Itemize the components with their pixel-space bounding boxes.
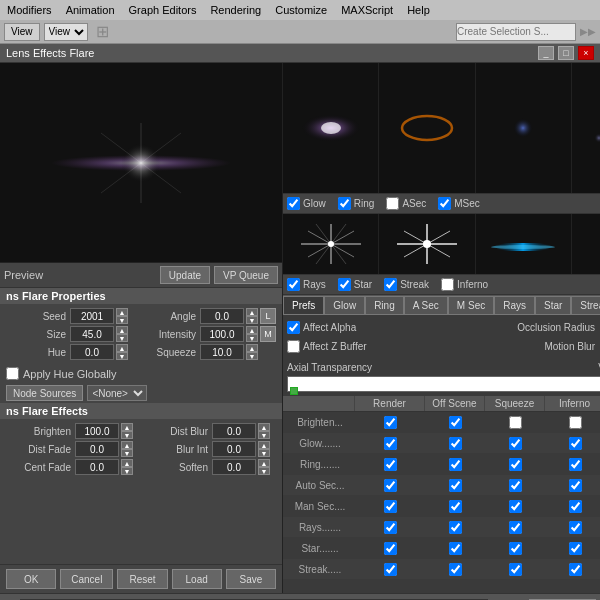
cent-fade-down[interactable]: ▼	[121, 467, 133, 475]
load-btn[interactable]: Load	[172, 569, 222, 589]
dist-fade-input[interactable]	[75, 441, 119, 457]
seed-down[interactable]: ▼	[116, 316, 128, 324]
hue-input[interactable]	[70, 344, 114, 360]
update-btn[interactable]: Update	[160, 266, 210, 284]
toolbar-view-select[interactable]: View	[44, 23, 88, 41]
glow-checkbox[interactable]	[287, 197, 300, 210]
squeeze-up[interactable]: ▲	[246, 344, 258, 352]
off-scene-checkbox[interactable]	[449, 521, 462, 534]
thumb-streak[interactable]	[476, 214, 571, 274]
brighten-input[interactable]	[75, 423, 119, 439]
tab-streak[interactable]: Streak	[571, 296, 600, 314]
squeeze-down[interactable]: ▼	[246, 352, 258, 360]
tab-rays[interactable]: Rays	[494, 296, 535, 314]
angle-down[interactable]: ▼	[246, 316, 258, 324]
soften-down[interactable]: ▼	[258, 467, 270, 475]
cancel-btn[interactable]: Cancel	[60, 569, 113, 589]
affect-alpha-checkbox[interactable]	[287, 321, 300, 334]
dist-fade-down[interactable]: ▼	[121, 449, 133, 457]
menu-animation[interactable]: Animation	[63, 4, 118, 16]
render-checkbox[interactable]	[384, 479, 397, 492]
intensity-m-btn[interactable]: M	[260, 326, 276, 342]
dist-blur-input[interactable]	[212, 423, 256, 439]
render-checkbox[interactable]	[384, 500, 397, 513]
maximize-btn[interactable]: □	[558, 46, 574, 60]
thumb-star[interactable]	[379, 214, 474, 274]
intensity-up[interactable]: ▲	[246, 326, 258, 334]
msec-checkbox[interactable]	[438, 197, 451, 210]
thumb-ring[interactable]	[379, 63, 474, 193]
hue-down[interactable]: ▼	[116, 352, 128, 360]
tab-msec[interactable]: M Sec	[448, 296, 494, 314]
asec-checkbox[interactable]	[386, 197, 399, 210]
off-scene-checkbox[interactable]	[449, 437, 462, 450]
thumb-asec[interactable]	[476, 63, 571, 193]
thumb-msec[interactable]	[572, 63, 600, 193]
squeeze-checkbox[interactable]	[509, 458, 522, 471]
blur-int-up[interactable]: ▲	[258, 441, 270, 449]
tab-prefs[interactable]: Prefs	[283, 296, 324, 314]
cent-fade-input[interactable]	[75, 459, 119, 475]
size-up[interactable]: ▲	[116, 326, 128, 334]
close-btn[interactable]: ×	[578, 46, 594, 60]
squeeze-input[interactable]	[200, 344, 244, 360]
render-checkbox[interactable]	[384, 458, 397, 471]
create-selection-input[interactable]	[456, 23, 576, 41]
squeeze-checkbox[interactable]	[509, 479, 522, 492]
tab-star[interactable]: Star	[535, 296, 571, 314]
squeeze-checkbox[interactable]	[509, 437, 522, 450]
squeeze-checkbox[interactable]	[509, 416, 522, 429]
squeeze-checkbox[interactable]	[509, 542, 522, 555]
cent-fade-up[interactable]: ▲	[121, 459, 133, 467]
inferno-checkbox[interactable]	[569, 479, 582, 492]
apply-hue-checkbox[interactable]	[6, 367, 19, 380]
minimize-btn[interactable]: _	[538, 46, 554, 60]
menu-rendering[interactable]: Rendering	[207, 4, 264, 16]
inferno-checkbox[interactable]	[569, 437, 582, 450]
angle-l-btn[interactable]: L	[260, 308, 276, 324]
menu-graph-editors[interactable]: Graph Editors	[126, 4, 200, 16]
off-scene-checkbox[interactable]	[449, 500, 462, 513]
streak-checkbox[interactable]	[384, 278, 397, 291]
node-sources-btn[interactable]: Node Sources	[6, 385, 83, 401]
ring-checkbox[interactable]	[338, 197, 351, 210]
blur-int-input[interactable]	[212, 441, 256, 457]
dist-blur-up[interactable]: ▲	[258, 423, 270, 431]
off-scene-checkbox[interactable]	[449, 563, 462, 576]
size-input[interactable]	[70, 326, 114, 342]
menu-customize[interactable]: Customize	[272, 4, 330, 16]
angle-input[interactable]	[200, 308, 244, 324]
seed-up[interactable]: ▲	[116, 308, 128, 316]
off-scene-checkbox[interactable]	[449, 458, 462, 471]
inferno-checkbox[interactable]	[569, 521, 582, 534]
inferno-checkbox[interactable]	[569, 416, 582, 429]
squeeze-checkbox[interactable]	[509, 521, 522, 534]
ok-btn[interactable]: OK	[6, 569, 56, 589]
thumb-rays[interactable]	[283, 214, 378, 274]
inferno-checkbox[interactable]	[569, 542, 582, 555]
inferno-checkbox[interactable]	[569, 563, 582, 576]
vp-queue-btn[interactable]: VP Queue	[214, 266, 278, 284]
affect-z-checkbox[interactable]	[287, 340, 300, 353]
off-scene-checkbox[interactable]	[449, 479, 462, 492]
tab-glow[interactable]: Glow	[324, 296, 365, 314]
brighten-down[interactable]: ▼	[121, 431, 133, 439]
squeeze-checkbox[interactable]	[509, 563, 522, 576]
menu-help[interactable]: Help	[404, 4, 433, 16]
thumb-inferno[interactable]	[572, 214, 600, 274]
intensity-down[interactable]: ▼	[246, 334, 258, 342]
dist-fade-up[interactable]: ▲	[121, 441, 133, 449]
soften-input[interactable]	[212, 459, 256, 475]
none-select[interactable]: <None>	[87, 385, 147, 401]
seed-input[interactable]	[70, 308, 114, 324]
inferno-checkbox[interactable]	[441, 278, 454, 291]
blur-int-down[interactable]: ▼	[258, 449, 270, 457]
tab-ring[interactable]: Ring	[365, 296, 404, 314]
menu-maxscript[interactable]: MAXScript	[338, 4, 396, 16]
rays-checkbox[interactable]	[287, 278, 300, 291]
menu-modifiers[interactable]: Modifiers	[4, 4, 55, 16]
render-checkbox[interactable]	[384, 416, 397, 429]
render-checkbox[interactable]	[384, 542, 397, 555]
toolbar-view-btn[interactable]: View	[4, 23, 40, 41]
inferno-checkbox[interactable]	[569, 500, 582, 513]
